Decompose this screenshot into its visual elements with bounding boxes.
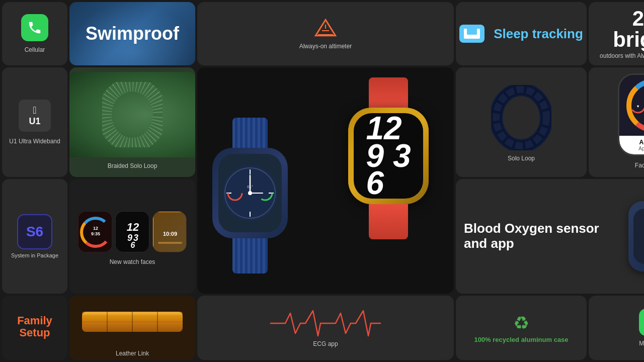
brighter-cell: 2.5x brighter outdoors with Always-On Re… — [589, 2, 644, 65]
watch-faces-cell: 12 9:35 12 9 3 6 1 — [69, 179, 195, 294]
ecg-cell: ECG app — [197, 296, 454, 360]
sleep-row: Sleep tracking — [459, 25, 583, 43]
watch-face-back-svg: 61° — [220, 155, 280, 231]
face-1-svg: 12 9:35 — [78, 212, 112, 252]
braided-svg — [102, 82, 163, 147]
s6-chip-display: S6 — [17, 214, 52, 249]
braided-preview — [69, 72, 195, 157]
messages-cell: 💬 Messages — [589, 296, 644, 360]
svg-point-20 — [248, 191, 252, 195]
sleep-icon — [459, 25, 485, 43]
blood-oxygen-label: Blood Oxygen sensor and app — [464, 221, 623, 251]
face-sharing-cell: 11:35 WED 16 ♥ ⚡ Add Face Apple Watch Fa… — [589, 67, 644, 177]
u1-chip:  U1 — [19, 100, 51, 132]
svg-rect-6 — [464, 29, 467, 35]
apple-watch-label: Apple Watch — [638, 146, 644, 151]
swimproof-label: Swimproof — [86, 23, 179, 44]
watch-case-front: 129 36 — [348, 108, 429, 204]
face-thumb-3: 10:09 — [152, 211, 187, 252]
recycled-label: 100% recycled aluminum case — [470, 336, 572, 343]
svg-rect-51 — [158, 242, 182, 244]
family-setup-cell: Family Setup — [2, 296, 67, 360]
altimeter-svg — [313, 18, 338, 38]
apple-logo:  — [33, 105, 36, 116]
add-face-area: Add Face Apple Watch — [619, 136, 645, 154]
watch-case-back: 61° — [212, 148, 288, 238]
face-thumb-2: 12 9 3 6 — [115, 211, 149, 252]
watch-faces-preview: 12 9:35 12 9 3 6 1 — [74, 207, 191, 256]
watch-time-front: 129 36 — [366, 115, 411, 197]
watch-faces-label: New watch faces — [110, 258, 155, 265]
s6-label: System in Package — [11, 252, 58, 258]
svg-text:61°: 61° — [247, 185, 253, 189]
s6-cell: S6 System in Package — [2, 179, 67, 294]
band-top-front — [369, 77, 408, 108]
altimeter-label: Always-on altimeter — [299, 43, 352, 50]
brighter-headline: 2.5x brighter — [595, 8, 644, 50]
face-2-svg: 12 9 3 6 — [116, 212, 149, 252]
colorful-face-svg: 11:35 WED 16 ♥ ⚡ — [623, 75, 645, 136]
band-bottom-back — [232, 238, 268, 274]
svg-text:12: 12 — [93, 226, 98, 231]
family-wifi-stack: Family Setup — [2, 296, 67, 360]
recycle-icon: ♻ — [513, 313, 529, 334]
sensor-screen — [633, 209, 644, 264]
watch-screen-back: 61° — [218, 154, 282, 232]
ecg-label: ECG app — [313, 340, 338, 347]
watch-screen-front: 129 36 — [354, 113, 423, 199]
altimeter-icon — [313, 18, 338, 38]
u1-cell:  U1 U1 Ultra Wideband — [2, 67, 67, 177]
braided-label: Braided Solo Loop — [108, 159, 157, 172]
cellular-cell: Cellular — [2, 2, 67, 65]
svg-text:6: 6 — [131, 241, 135, 249]
face-sharing-label: Face Sharing — [635, 162, 644, 169]
phone-icon — [21, 14, 48, 41]
cellular-label: Cellular — [25, 46, 45, 53]
blood-oxygen-visual — [628, 196, 644, 277]
solo-loop-preview — [489, 82, 554, 153]
svg-text:12: 12 — [127, 221, 139, 233]
watch-face-preview: 11:35 WED 16 ♥ ⚡ Add Face Apple Watch — [618, 73, 645, 156]
svg-text:♥: ♥ — [636, 104, 639, 109]
leather-label: Leather Link — [116, 350, 149, 360]
u1-label: U1 Ultra Wideband — [9, 138, 60, 145]
watch-front: 129 36 — [348, 77, 429, 239]
blood-oxygen-text-area: Blood Oxygen sensor and app — [464, 221, 623, 251]
ecg-wave-svg — [270, 308, 381, 338]
band-top-back — [232, 118, 268, 148]
svg-rect-7 — [477, 29, 480, 35]
solo-loop-label: Solo Loop — [508, 155, 535, 162]
main-watch-cell: 61° 129 36 — [197, 67, 454, 294]
u1-chip-label: U1 — [29, 116, 40, 127]
braided-cell: Braided Solo Loop — [69, 67, 195, 177]
svg-rect-8 — [467, 32, 477, 35]
band-bottom-front — [369, 204, 408, 239]
recycled-cell: ♻ 100% recycled aluminum case — [456, 296, 587, 360]
swimproof-cell: Swimproof — [69, 2, 195, 65]
add-face-label: Add Face — [639, 139, 644, 146]
brighter-sub: outdoors with Always-On Retina display — [600, 52, 644, 59]
messages-label: Messages — [639, 340, 644, 347]
solo-loop-cell: Solo Loop — [456, 67, 587, 177]
sensor-watch-body — [628, 201, 644, 272]
sleep-label: Sleep tracking — [494, 26, 583, 42]
s6-chip-text: S6 — [26, 224, 43, 240]
svg-point-26 — [496, 89, 546, 146]
bed-svg — [463, 28, 481, 40]
svg-text:9:35: 9:35 — [91, 231, 100, 236]
messages-content: 💬 Messages — [639, 309, 644, 347]
solo-loop-svg — [491, 85, 551, 150]
face-thumb-1: 12 9:35 — [78, 211, 112, 252]
leather-preview — [69, 296, 195, 348]
blood-oxygen-cell: Blood Oxygen sensor and app — [456, 179, 644, 294]
leather-link-cell: Leather Link — [69, 296, 195, 360]
colorful-face-display: 11:35 WED 16 ♥ ⚡ — [619, 75, 645, 136]
altimeter-cell: Always-on altimeter — [197, 2, 454, 65]
sleep-cell: Sleep tracking — [456, 2, 587, 65]
family-setup-label: Family Setup — [2, 315, 67, 339]
face-3-svg: 10:09 — [153, 212, 187, 252]
watch-back: 61° — [212, 118, 288, 274]
svg-text:10:09: 10:09 — [163, 231, 177, 237]
phone-svg — [27, 20, 42, 35]
messages-icon: 💬 — [639, 309, 644, 336]
